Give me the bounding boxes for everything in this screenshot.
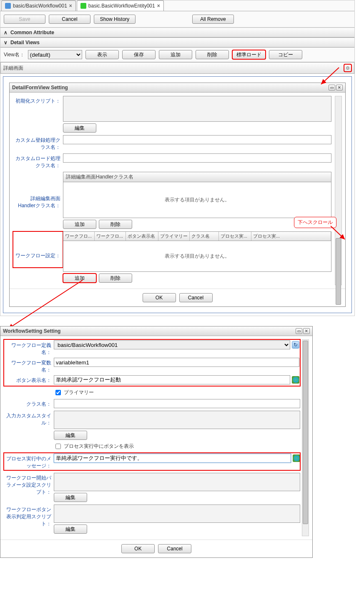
- chevron-right-icon: ∧: [4, 30, 8, 35]
- show-btn-checkbox[interactable]: [55, 444, 61, 449]
- grid-col[interactable]: プライマリー: [158, 232, 190, 241]
- edit-button[interactable]: 編集: [54, 431, 87, 440]
- edit-button[interactable]: 編集: [63, 123, 96, 133]
- class-name-input[interactable]: [54, 399, 300, 408]
- var-name-label: ワークフロー変数名：: [4, 358, 54, 374]
- show-history-button[interactable]: Show History: [94, 15, 136, 24]
- close-icon[interactable]: ×: [69, 3, 72, 9]
- scrollbar-thumb[interactable]: [336, 238, 341, 305]
- callout-scroll-down: 下へスクロール: [294, 217, 336, 228]
- workflow-add-button[interactable]: 追加: [63, 274, 96, 283]
- workflow-delete-button[interactable]: 削除: [99, 274, 132, 283]
- view-name-label: View名：: [4, 51, 25, 58]
- detail-panel-bar: 詳細画面 ⚙: [0, 62, 354, 74]
- edit-button[interactable]: 編集: [54, 525, 87, 534]
- top-toolbar: Save Cancel Show History All Remove: [0, 11, 354, 28]
- grid-col[interactable]: クラス名: [190, 232, 219, 241]
- scrollbar-thumb[interactable]: [303, 341, 308, 524]
- init-script-textarea[interactable]: [63, 96, 331, 122]
- def-name-select[interactable]: basic/BasicWorkflow001: [54, 340, 290, 349]
- accordion-detail-views[interactable]: ∨ Detail Views: [0, 38, 354, 48]
- btn-cond-label: ワークフローボタン表示判定用スクリプト：: [4, 505, 54, 527]
- primary-checkbox[interactable]: [55, 390, 61, 395]
- detail-panel-title: 詳細画面: [3, 65, 23, 72]
- ok-button[interactable]: OK: [143, 293, 176, 302]
- grid-col[interactable]: プロセス実...: [219, 232, 251, 241]
- custom-load-label: カスタムロード処理クラス名：: [13, 153, 63, 169]
- custom-register-label: カスタム登録処理クラス名：: [13, 135, 63, 151]
- detailformview-window: DetailFormView Setting ▭ ✕ 初期化スクリプト： 編集: [9, 83, 346, 307]
- handler-grid-header: 詳細編集画面Handlerクラス名: [63, 172, 331, 182]
- cancel-button[interactable]: Cancel: [158, 544, 191, 553]
- add-view-button[interactable]: 追加: [159, 50, 192, 59]
- accordion-label: Common Attribute: [10, 30, 54, 35]
- process-msg-input[interactable]: [54, 454, 291, 463]
- save-view-button[interactable]: 保存: [122, 50, 156, 59]
- tab-label: basic.BasicWorkflowEntity001: [88, 3, 155, 9]
- input-custom-style-label: 入力カスタムスタイル：: [4, 411, 54, 427]
- init-script-label: 初期化スクリプト：: [13, 96, 63, 105]
- def-name-label: ワークフロー定義名：: [4, 340, 54, 356]
- vertical-scrollbar[interactable]: [302, 339, 309, 536]
- close-icon[interactable]: ×: [157, 3, 160, 9]
- vertical-scrollbar[interactable]: [335, 96, 342, 285]
- workflow-grid-header: ワークフロ... ワークフロ... ボタン表示名 プライマリー クラス名 プロセ…: [63, 231, 331, 241]
- display-button[interactable]: 表示: [85, 50, 119, 59]
- grid-col[interactable]: ワークフロ...: [95, 232, 126, 241]
- db-icon: [5, 3, 11, 9]
- handler-label: 詳細編集画面Handlerクラス名：: [13, 172, 63, 209]
- custom-register-input[interactable]: [63, 135, 331, 144]
- tab-bar: basic/BasicWorkflow001 × basic.BasicWork…: [0, 0, 354, 11]
- main-window: basic/BasicWorkflow001 × basic.BasicWork…: [0, 0, 355, 316]
- input-custom-style-textarea[interactable]: [54, 411, 300, 429]
- handler-delete-button[interactable]: 削除: [99, 220, 132, 229]
- grid-col[interactable]: プロセス実...: [251, 232, 331, 241]
- all-remove-button[interactable]: All Remove: [192, 15, 234, 24]
- grid-col[interactable]: ワークフロ...: [63, 232, 95, 241]
- class-name-label: クラス名：: [4, 399, 54, 408]
- primary-label: プライマリー: [64, 389, 94, 396]
- chevron-down-icon: ∨: [4, 40, 8, 45]
- globe-icon[interactable]: 🌐: [292, 376, 299, 384]
- handler-add-button[interactable]: 追加: [63, 220, 96, 229]
- start-param-label: ワークフロー開始パラメータ設定スクリプト：: [4, 473, 54, 496]
- tab-basic-workflow[interactable]: basic/BasicWorkflow001 ×: [1, 0, 76, 11]
- window-title: WorkflowSetting Setting: [3, 328, 60, 334]
- reload-icon[interactable]: ↻: [292, 341, 299, 349]
- ok-button[interactable]: OK: [121, 544, 155, 553]
- view-selector-row: View名： (default) 表示 保存 追加 削除 標準ロード コピー: [0, 48, 354, 62]
- copy-view-button[interactable]: コピー: [269, 50, 302, 59]
- close-icon[interactable]: ✕: [303, 328, 310, 334]
- tab-basic-workflow-entity[interactable]: basic.BasicWorkflowEntity001 ×: [77, 0, 164, 11]
- start-param-textarea[interactable]: [54, 473, 300, 491]
- window-title: DetailFormView Setting: [12, 85, 68, 90]
- delete-view-button[interactable]: 削除: [196, 50, 229, 59]
- cancel-button[interactable]: Cancel: [179, 293, 213, 302]
- accordion-common-attribute[interactable]: ∧ Common Attribute: [0, 28, 354, 38]
- cancel-button[interactable]: Cancel: [49, 15, 90, 24]
- workflow-setting-label: ワークフロー設定：: [13, 231, 63, 268]
- process-msg-label: プロセス実行中のメッセージ：: [4, 454, 54, 469]
- globe-icon[interactable]: 🌐: [293, 454, 300, 462]
- btn-disp-input[interactable]: [54, 375, 290, 384]
- view-name-select[interactable]: (default): [28, 50, 82, 59]
- btn-cond-textarea[interactable]: [54, 505, 300, 523]
- window-titlebar: WorkflowSetting Setting ▭ ✕: [0, 326, 312, 336]
- window-titlebar: DetailFormView Setting ▭ ✕: [10, 83, 345, 93]
- btn-disp-label: ボタン表示名：: [4, 375, 54, 384]
- workflowsetting-window: WorkflowSetting Setting ▭ ✕ ワークフロー定義名： b…: [0, 326, 313, 558]
- show-btn-label: プロセス実行中にボタンを表示: [64, 443, 134, 450]
- minimize-icon[interactable]: ▭: [329, 85, 335, 90]
- minimize-icon[interactable]: ▭: [296, 328, 302, 334]
- edit-button[interactable]: 編集: [54, 493, 87, 502]
- workflow-grid-empty: 表示する項目がありません。: [63, 241, 331, 272]
- shield-icon: [80, 3, 86, 9]
- custom-load-input[interactable]: [63, 153, 331, 163]
- accordion-label: Detail Views: [10, 40, 40, 45]
- standard-load-button[interactable]: 標準ロード: [232, 50, 266, 59]
- grid-col[interactable]: ボタン表示名: [126, 232, 158, 241]
- close-icon[interactable]: ✕: [336, 85, 343, 90]
- save-button[interactable]: Save: [4, 15, 45, 24]
- gear-icon[interactable]: ⚙: [344, 64, 351, 72]
- var-name-input[interactable]: [54, 358, 299, 367]
